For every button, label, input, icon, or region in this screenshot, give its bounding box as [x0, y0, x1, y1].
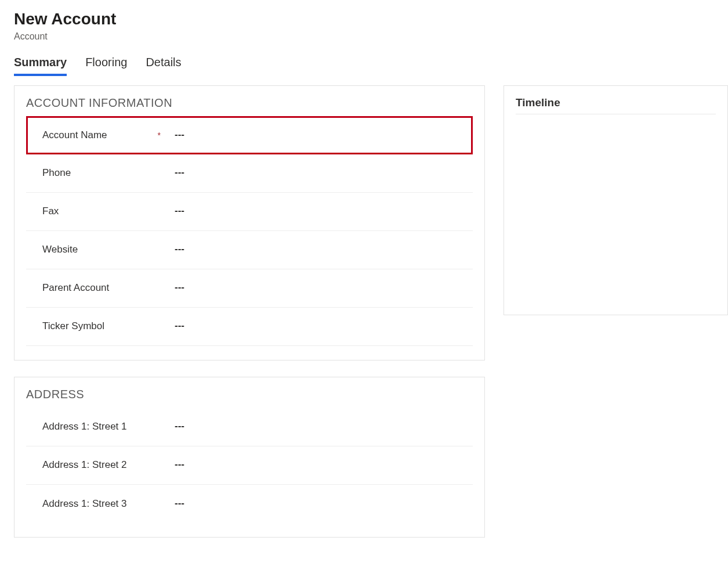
- address1-street2-field[interactable]: Address 1: Street 2 ---: [26, 446, 473, 485]
- field-value[interactable]: ---: [175, 129, 184, 142]
- field-value[interactable]: ---: [175, 243, 184, 256]
- website-field[interactable]: Website ---: [26, 231, 473, 269]
- phone-field[interactable]: Phone ---: [26, 154, 473, 193]
- tabs: Summary Flooring Details: [14, 56, 728, 76]
- ticker-symbol-field[interactable]: Ticker Symbol ---: [26, 308, 473, 346]
- account-name-field[interactable]: Account Name * ---: [26, 116, 473, 154]
- field-label: Website: [42, 244, 78, 255]
- account-information-section: ACCOUNT INFORMATION Account Name * --- P…: [14, 85, 485, 360]
- field-value[interactable]: ---: [175, 282, 184, 294]
- field-value[interactable]: ---: [175, 420, 184, 433]
- section-title-address: ADDRESS: [26, 388, 473, 401]
- page-title: New Account: [14, 9, 728, 29]
- address-section: ADDRESS Address 1: Street 1 --- Address …: [14, 377, 485, 538]
- field-value[interactable]: ---: [175, 459, 184, 471]
- fax-field[interactable]: Fax ---: [26, 193, 473, 231]
- field-label: Fax: [42, 206, 59, 217]
- field-label: Address 1: Street 1: [42, 421, 127, 432]
- timeline-title: Timeline: [516, 96, 716, 114]
- field-label: Account Name: [42, 129, 107, 141]
- tab-details[interactable]: Details: [146, 56, 181, 76]
- field-value[interactable]: ---: [175, 167, 184, 179]
- parent-account-field[interactable]: Parent Account ---: [26, 269, 473, 308]
- timeline-section: Timeline: [504, 85, 728, 315]
- field-label: Address 1: Street 2: [42, 459, 127, 471]
- address1-street1-field[interactable]: Address 1: Street 1 ---: [26, 408, 473, 446]
- tab-flooring[interactable]: Flooring: [85, 56, 127, 76]
- section-title-account-information: ACCOUNT INFORMATION: [26, 96, 473, 110]
- required-icon: *: [158, 131, 161, 140]
- field-value[interactable]: ---: [175, 497, 184, 510]
- field-value[interactable]: ---: [175, 320, 184, 333]
- field-label: Phone: [42, 167, 71, 179]
- page-subtitle: Account: [14, 31, 728, 42]
- tab-summary[interactable]: Summary: [14, 56, 67, 76]
- field-value[interactable]: ---: [175, 205, 184, 218]
- field-label: Ticker Symbol: [42, 320, 104, 332]
- address1-street3-field[interactable]: Address 1: Street 3 ---: [26, 485, 473, 523]
- field-label: Address 1: Street 3: [42, 498, 127, 510]
- field-label: Parent Account: [42, 282, 109, 294]
